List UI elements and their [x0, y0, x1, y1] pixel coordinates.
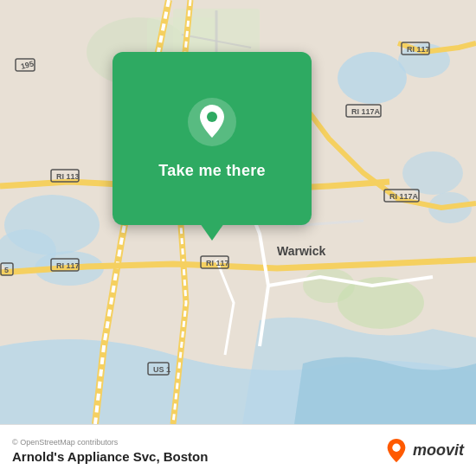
- svg-point-38: [392, 443, 400, 451]
- svg-text:RI 113: RI 113: [56, 172, 80, 181]
- svg-point-4: [338, 52, 407, 104]
- location-pin-icon: [188, 98, 236, 146]
- svg-text:RI 117: RI 117: [56, 261, 80, 270]
- moovit-pin-icon: [385, 438, 408, 464]
- map-view: 195 US 1 RI 113 RI 117 RI 117 RI 117 RI …: [0, 0, 476, 424]
- svg-text:US 1: US 1: [153, 365, 170, 374]
- bottom-bar: © OpenStreetMap contributors Arnold's Ap…: [0, 424, 476, 476]
- svg-text:RI 117A: RI 117A: [351, 107, 381, 116]
- svg-text:RI 117: RI 117: [206, 259, 229, 267]
- svg-point-9: [303, 268, 355, 303]
- place-name-label: Arnold's Appliance Svc, Boston: [12, 449, 208, 464]
- take-me-there-button[interactable]: Take me there: [158, 162, 266, 180]
- svg-text:Warwick: Warwick: [277, 244, 325, 258]
- moovit-brand-name: moovit: [413, 441, 464, 460]
- svg-text:RI 117A: RI 117A: [389, 192, 419, 201]
- svg-point-6: [402, 151, 463, 195]
- map-attribution: © OpenStreetMap contributors: [12, 438, 208, 447]
- place-info: © OpenStreetMap contributors Arnold's Ap…: [12, 438, 208, 464]
- navigation-popup[interactable]: Take me there: [113, 52, 312, 225]
- svg-text:5: 5: [4, 266, 9, 274]
- svg-point-37: [207, 112, 217, 122]
- svg-text:RI 117: RI 117: [407, 45, 430, 54]
- moovit-logo[interactable]: moovit: [385, 438, 464, 464]
